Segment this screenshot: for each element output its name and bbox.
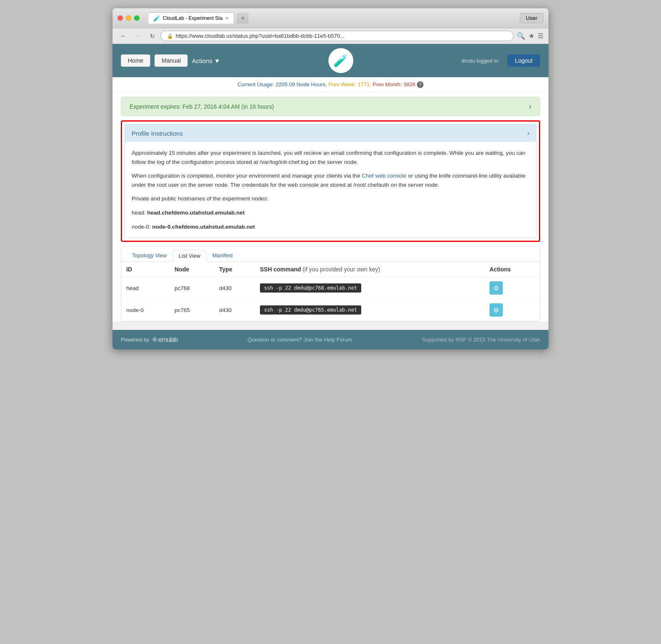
table-row: node-0 pc765 d430 ssh -p 22 dmdu@pc765.e… [121, 299, 540, 321]
topology-view-tab[interactable]: Topology View [126, 250, 173, 262]
maximize-button[interactable] [134, 15, 140, 21]
cell-ssh: ssh -p 22 dmdu@pc765.emulab.net [255, 299, 485, 321]
expiry-banner[interactable]: Experiment expires: Feb 27, 2016 4:04 AM… [121, 97, 540, 116]
chef-web-console-link[interactable]: Chef web console [362, 173, 406, 179]
actions-label: Actions [192, 57, 212, 64]
footer: Powered by ❊ emulab Question or comment?… [113, 330, 548, 349]
menu-icon[interactable]: ☰ [538, 32, 543, 40]
tab-title: CloudLab - Experiment Sta [163, 15, 223, 21]
profile-para2: When configuration is completed, monitor… [132, 171, 529, 189]
footer-help[interactable]: Question or comment? Join the Help Forum [247, 337, 352, 343]
expiry-text: Experiment expires: Feb 27, 2016 4:04 AM… [130, 103, 274, 110]
gear-action-button[interactable]: ⚙ [490, 281, 503, 295]
usage-week: Prev Week: 1771, [328, 81, 373, 88]
cell-id: head [121, 277, 170, 299]
profile-section: Profile Instructions › Approximately 15 … [121, 120, 540, 242]
col-actions: Actions [485, 262, 540, 277]
app-header: Home Manual Actions ▼ 🧪 dmdu logged in L… [113, 44, 548, 77]
search-icon[interactable]: 🔍 [517, 32, 525, 40]
title-bar: 🧪 CloudLab - Experiment Sta ✕ + User [113, 8, 548, 28]
usage-month: Prev Month: 3826 [373, 81, 417, 88]
head-hostname-line: head: head.chefdemo.utahstud.emulab.net [132, 208, 529, 217]
table-row: head pc768 d430 ssh -p 22 dmdu@pc768.emu… [121, 277, 540, 299]
col-type: Type [214, 262, 255, 277]
usage-current: Current Usage: 2205.09 Node Hours, [237, 81, 328, 88]
cell-actions: ⚙ [485, 277, 540, 299]
lock-icon: 🔒 [167, 33, 173, 39]
cell-node: pc768 [170, 277, 214, 299]
profile-para3: Private and public hostnames of the expe… [132, 194, 529, 203]
expiry-arrow-icon: › [529, 102, 531, 111]
logo-icon: 🧪 [333, 54, 348, 68]
profile-para1: Approximately 15 minutes after your expe… [132, 149, 529, 166]
traffic-lights [118, 15, 140, 21]
profile-header[interactable]: Profile Instructions › [125, 124, 536, 142]
head-hostname: head.chefdemo.utahstud.emulab.net [147, 210, 245, 216]
footer-logo: Powered by ❊ emulab [121, 336, 178, 344]
browser-tab[interactable]: 🧪 CloudLab - Experiment Sta ✕ [148, 12, 234, 24]
bookmark-icon[interactable]: ★ [529, 32, 534, 40]
logout-button[interactable]: Logout [507, 54, 540, 67]
tab-icon: 🧪 [153, 15, 160, 22]
tabs-nav: Topology View List View Manifest [121, 246, 540, 262]
profile-arrow-icon: › [527, 129, 529, 137]
browser-window: 🧪 CloudLab - Experiment Sta ✕ + User ← →… [113, 8, 548, 349]
url-actions: 🔍 ★ ☰ [517, 32, 543, 40]
usage-bar: Current Usage: 2205.09 Node Hours, Prev … [113, 77, 548, 93]
tab-bar: 🧪 CloudLab - Experiment Sta ✕ + [148, 12, 517, 24]
cell-node: pc765 [170, 299, 214, 321]
footer-copyright: Supported by NSF © 2015 The University o… [422, 337, 540, 343]
cell-type: d430 [214, 299, 255, 321]
col-ssh: SSH command (if you provided your own ke… [255, 262, 485, 277]
node0-hostname-line: node-0: node-0.chefdemo.utahstud.emulab.… [132, 222, 529, 232]
cell-id: node-0 [121, 299, 170, 321]
profile-body: Approximately 15 minutes after your expe… [125, 142, 536, 238]
refresh-button[interactable]: ↻ [147, 32, 157, 40]
dropdown-arrow-icon: ▼ [214, 57, 220, 64]
forward-button[interactable]: → [132, 32, 144, 41]
logo-area: 🧪 [224, 48, 457, 73]
help-icon[interactable]: ? [417, 81, 424, 88]
cell-actions: ⚙ [485, 299, 540, 321]
cell-ssh: ssh -p 22 dmdu@pc768.emulab.net [255, 277, 485, 299]
emulab-logo: ❊ emulab [152, 336, 178, 344]
user-info: dmdu logged in [461, 58, 498, 64]
minimize-button[interactable] [126, 15, 131, 21]
new-tab-button[interactable]: + [237, 13, 249, 24]
cell-type: d430 [214, 277, 255, 299]
manual-button[interactable]: Manual [154, 54, 188, 67]
profile-title: Profile Instructions [132, 130, 183, 137]
powered-by-text: Powered by [121, 337, 149, 343]
tab-close-icon[interactable]: ✕ [225, 16, 229, 21]
actions-dropdown-button[interactable]: Actions ▼ [192, 57, 220, 64]
home-button[interactable]: Home [121, 54, 150, 67]
node-table: ID Node Type SSH command (if you provide… [121, 262, 540, 321]
col-node: Node [170, 262, 214, 277]
url-text: https://www.cloudlab.us/status.php?uuid=… [176, 33, 345, 39]
list-view-tab[interactable]: List View [173, 250, 207, 262]
url-field[interactable]: 🔒 https://www.cloudlab.us/status.php?uui… [161, 31, 514, 41]
main-content: Current Usage: 2205.09 Node Hours, Prev … [113, 77, 548, 322]
user-button[interactable]: User [520, 13, 543, 23]
url-bar: ← → ↻ 🔒 https://www.cloudlab.us/status.p… [113, 28, 548, 44]
col-id: ID [121, 262, 170, 277]
close-button[interactable] [118, 15, 123, 21]
gear-action-button[interactable]: ⚙ [490, 303, 503, 317]
app-logo: 🧪 [328, 48, 353, 73]
tabs-section: Topology View List View Manifest ID Node… [121, 246, 540, 322]
manifest-tab[interactable]: Manifest [206, 250, 238, 262]
node0-hostname: node-0.chefdemo.utahstud.emulab.net [152, 224, 255, 230]
back-button[interactable]: ← [118, 32, 129, 41]
profile-card: Profile Instructions › Approximately 15 … [125, 124, 536, 238]
